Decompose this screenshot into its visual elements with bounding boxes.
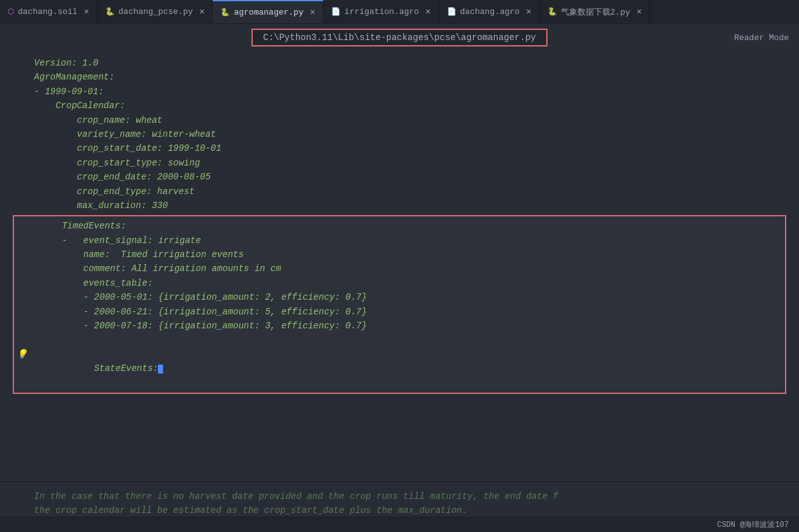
hl-line-1: TimedEvents:: [14, 219, 785, 233]
comment-line-1: In the case that there is no harvest dat…: [13, 489, 786, 503]
tab-pcse-close[interactable]: ×: [199, 7, 204, 17]
reader-mode-label: Reader Mode: [734, 33, 789, 43]
file-path-box: C:\Python3.11\Lib\site-packages\pcse\agr…: [251, 29, 547, 46]
highlighted-code-section: TimedEvents: - event_signal: irrigate na…: [13, 215, 786, 394]
code-line-9: crop_end_date: 2000-08-05: [0, 170, 799, 184]
tab-irrigation[interactable]: 📄 irrigation.agro ×: [323, 0, 439, 24]
hl-line-7: - 2000-06-21: {irrigation_amount: 5, eff…: [14, 305, 785, 319]
agromanager-tab-icon: 🐍: [220, 8, 230, 17]
tab-bar: ⬡ dachang.soil × 🐍 dachang_pcse.py × 🐍 a…: [0, 0, 799, 24]
path-bar: C:\Python3.11\Lib\site-packages\pcse\agr…: [0, 24, 799, 51]
code-line-11: max_duration: 330: [0, 199, 799, 213]
dachang-tab-icon: 📄: [447, 7, 456, 17]
tab-agromanager-label: agromanager.py: [234, 8, 303, 17]
tab-weather-close[interactable]: ×: [637, 7, 642, 17]
status-bar: CSDN @海绵波波107: [0, 517, 799, 532]
tab-agromanager[interactable]: 🐍 agromanager.py ×: [213, 0, 323, 24]
tab-weather-label: 气象数据下载2.py: [561, 6, 630, 18]
irrigation-tab-icon: 📄: [331, 7, 341, 17]
hl-line-3: name: Timed irrigation events: [14, 248, 785, 262]
tab-dachang[interactable]: 📄 dachang.agro ×: [439, 0, 540, 24]
weather-tab-icon: 🐍: [548, 7, 557, 17]
text-cursor: [158, 365, 163, 374]
hl-line-4: comment: All irrigation amounts in cm: [14, 262, 785, 276]
tab-irrigation-label: irrigation.agro: [344, 7, 419, 17]
comment-line-2: the crop calendar will be estimated as t…: [13, 503, 786, 517]
tab-dachang-label: dachang.agro: [460, 7, 520, 17]
pcse-tab-icon: 🐍: [105, 7, 115, 17]
hl-line-9: 💡 StateEvents:: [14, 333, 785, 390]
tab-pcse[interactable]: 🐍 dachang_pcse.py ×: [97, 0, 213, 24]
status-bar-label: CSDN @海绵波波107: [717, 519, 789, 530]
tab-soil[interactable]: ⬡ dachang.soil ×: [0, 0, 97, 24]
code-line-7: crop_start_date: 1999-10-01: [0, 141, 799, 155]
code-line-5: crop_name: wheat: [0, 113, 799, 127]
code-line-3: - 1999-09-01:: [0, 85, 799, 99]
hl-line-2: - event_signal: irrigate: [14, 234, 785, 248]
tab-soil-label: dachang.soil: [18, 7, 78, 17]
code-line-10: crop_end_type: harvest: [0, 185, 799, 199]
editor-area: Version: 1.0 AgroManagement: - 1999-09-0…: [0, 51, 799, 481]
hl-line-5: events_table:: [14, 276, 785, 290]
soil-tab-icon: ⬡: [8, 7, 14, 17]
hl-line-8: - 2000-07-18: {irrigation_amount: 3, eff…: [14, 319, 785, 333]
code-line-1: Version: 1.0: [0, 56, 799, 70]
code-line-2: AgroManagement:: [0, 70, 799, 84]
code-line-8: crop_start_type: sowing: [0, 156, 799, 170]
lightbulb-icon: 💡: [17, 347, 27, 361]
tab-irrigation-close[interactable]: ×: [425, 7, 430, 17]
code-line-6: variety_name: winter-wheat: [0, 127, 799, 141]
code-line-4: CropCalendar:: [0, 99, 799, 113]
tab-soil-close[interactable]: ×: [84, 7, 89, 17]
tab-dachang-close[interactable]: ×: [526, 7, 531, 17]
hl-line-6: - 2000-05-01: {irrigation_amount: 2, eff…: [14, 290, 785, 304]
tab-weather[interactable]: 🐍 气象数据下载2.py ×: [540, 0, 651, 24]
tab-agromanager-close[interactable]: ×: [310, 8, 315, 18]
tab-pcse-label: dachang_pcse.py: [118, 7, 193, 17]
